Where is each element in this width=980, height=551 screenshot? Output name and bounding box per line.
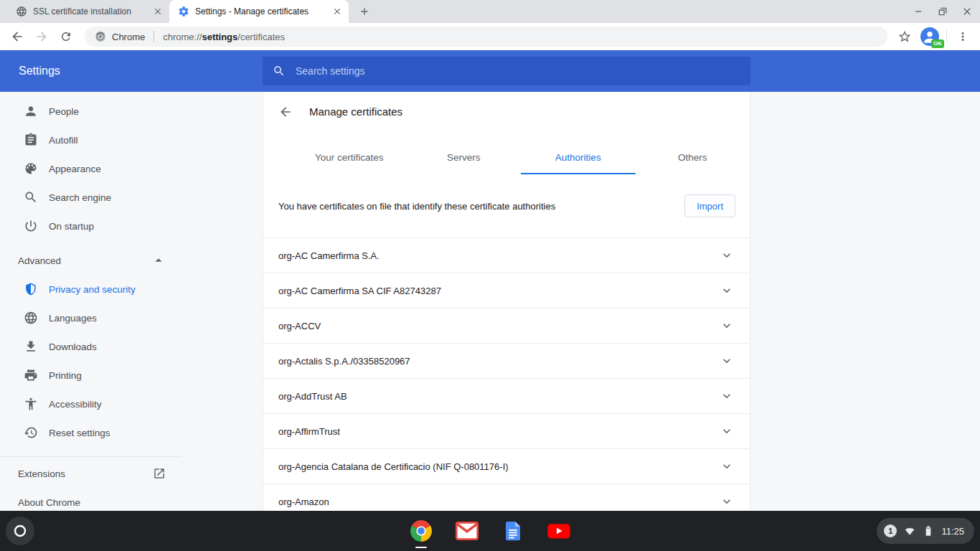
certificate-tabs: Your certificates Servers Authorities Ot… [263, 140, 750, 174]
toolbar-right-controls: OK [896, 27, 973, 46]
shelf-app-gmail[interactable] [454, 518, 480, 544]
arrow-back-icon [10, 29, 24, 44]
chromeos-screen: SSL certificate installation Settings - … [0, 0, 980, 551]
page-header: Manage certificates [263, 92, 750, 131]
close-icon [961, 6, 973, 17]
history-restore-icon [24, 425, 38, 440]
search-icon [24, 190, 38, 204]
address-bar[interactable]: Chrome chrome://settings/certificates [85, 27, 887, 47]
certificate-row[interactable]: org-Actalis S.p.A./03358520967 [263, 344, 750, 379]
import-button[interactable]: Import [684, 194, 735, 217]
certificate-name: org-AffirmTrust [278, 426, 340, 437]
tab-close-icon[interactable] [152, 6, 164, 17]
sidebar-item-autofill[interactable]: Autofill [0, 126, 182, 154]
certificate-row[interactable]: org-Amazon [263, 484, 750, 511]
youtube-icon [546, 518, 572, 544]
chevron-down-icon [720, 494, 734, 509]
new-tab-button[interactable] [356, 3, 373, 20]
tab-authorities[interactable]: Authorities [521, 140, 636, 174]
chevron-down-icon [720, 283, 734, 298]
certificate-name: org-AddTrust AB [278, 391, 347, 402]
settings-body: People Autofill Appearance Search engine… [0, 92, 980, 511]
authorities-info-row: You have certificates on file that ident… [278, 194, 735, 217]
window-close-button[interactable] [960, 4, 974, 19]
back-arrow-button[interactable] [278, 105, 293, 119]
sidebar-item-extensions[interactable]: Extensions [0, 459, 182, 488]
arrow-forward-icon [34, 29, 49, 44]
window-minimize-button[interactable] [911, 4, 925, 19]
shelf-app-chrome[interactable] [408, 518, 434, 544]
shelf-app-icons [408, 518, 572, 544]
printer-icon [24, 368, 38, 382]
certificate-row[interactable]: org-AffirmTrust [263, 414, 750, 449]
settings-sidebar: People Autofill Appearance Search engine… [0, 92, 182, 517]
avatar-status-badge: OK [931, 39, 944, 48]
certificate-row[interactable]: org-AC Camerfirma SA CIF A82743287 [263, 273, 750, 309]
toolbar-divider [946, 30, 947, 43]
sidebar-item-label: Languages [49, 313, 97, 324]
profile-avatar[interactable]: OK [920, 27, 939, 46]
chevron-up-icon [151, 253, 166, 268]
page-title: Manage certificates [309, 105, 402, 118]
sidebar-item-label: About Chrome [18, 497, 80, 508]
tab-title: Settings - Manage certificates [195, 6, 326, 17]
browser-menu-button[interactable] [954, 28, 971, 45]
sidebar-item-search-engine[interactable]: Search engine [0, 183, 182, 212]
certificate-name: org-AC Camerfirma S.A. [278, 250, 380, 261]
certificate-list: org-AC Camerfirma S.A. org-AC Camerfirma… [263, 237, 750, 511]
settings-search-input[interactable] [296, 65, 740, 77]
certificate-row[interactable]: org-AC Camerfirma S.A. [263, 238, 750, 273]
accessibility-icon [24, 397, 38, 411]
notification-count-badge: 1 [884, 524, 897, 537]
sidebar-item-languages[interactable]: Languages [0, 303, 182, 332]
launcher-button[interactable] [6, 517, 34, 545]
reload-button[interactable] [56, 27, 76, 47]
sidebar-item-label: Privacy and security [49, 284, 136, 295]
sidebar-item-privacy-security[interactable]: Privacy and security [0, 275, 182, 303]
minimize-icon [913, 6, 924, 17]
shelf-app-youtube[interactable] [546, 518, 572, 544]
tab-title: SSL certificate installation [33, 6, 146, 17]
open-in-new-icon [153, 467, 166, 480]
sidebar-item-downloads[interactable]: Downloads [0, 332, 182, 361]
tab-others[interactable]: Others [636, 140, 750, 174]
sidebar-item-label: Downloads [49, 342, 97, 352]
sidebar-item-people[interactable]: People [0, 97, 182, 126]
manage-certificates-card: Manage certificates Your certificates Se… [263, 92, 750, 511]
settings-app-title: Settings [19, 65, 60, 77]
tab-servers[interactable]: Servers [407, 140, 522, 174]
sidebar-item-on-startup[interactable]: On startup [0, 212, 182, 240]
sidebar-item-printing[interactable]: Printing [0, 361, 182, 390]
browser-tab-ssl-certificate[interactable]: SSL certificate installation [7, 0, 169, 23]
google-docs-icon [502, 519, 524, 543]
certificate-row[interactable]: org-ACCV [263, 309, 750, 344]
certificate-row[interactable]: org-Agencia Catalana de Certificacio (NI… [263, 449, 750, 484]
back-button[interactable] [7, 27, 27, 47]
person-icon [24, 104, 38, 118]
sidebar-advanced-toggle[interactable]: Advanced [0, 246, 182, 275]
window-controls [911, 0, 974, 23]
sidebar-item-accessibility[interactable]: Accessibility [0, 390, 182, 418]
sidebar-item-appearance[interactable]: Appearance [0, 154, 182, 183]
shelf-app-docs[interactable] [500, 518, 526, 544]
certificate-name: org-AC Camerfirma SA CIF A82743287 [278, 286, 441, 296]
window-restore-button[interactable] [936, 4, 950, 19]
tab-your-certificates[interactable]: Your certificates [292, 140, 407, 174]
certificate-row[interactable]: org-AddTrust AB [263, 379, 750, 414]
settings-gear-favicon-icon [178, 6, 189, 17]
globe-icon [24, 311, 38, 325]
status-tray[interactable]: 1 11:25 [877, 518, 974, 544]
browser-tab-settings[interactable]: Settings - Manage certificates [169, 0, 349, 23]
clock-time: 11:25 [941, 526, 964, 537]
gmail-icon [455, 519, 479, 543]
sidebar-item-reset-settings[interactable]: Reset settings [0, 418, 182, 447]
settings-search-box[interactable] [263, 57, 750, 85]
sidebar-item-label: Search engine [49, 192, 111, 203]
sidebar-item-label: Extensions [18, 468, 65, 479]
bookmark-star-button[interactable] [896, 28, 913, 45]
chrome-logo-icon [408, 518, 434, 544]
authorities-info-text: You have certificates on file that ident… [278, 201, 555, 212]
url-text: chrome://settings/certificates [163, 32, 285, 42]
tab-close-icon[interactable] [331, 6, 343, 17]
forward-button[interactable] [32, 27, 52, 47]
